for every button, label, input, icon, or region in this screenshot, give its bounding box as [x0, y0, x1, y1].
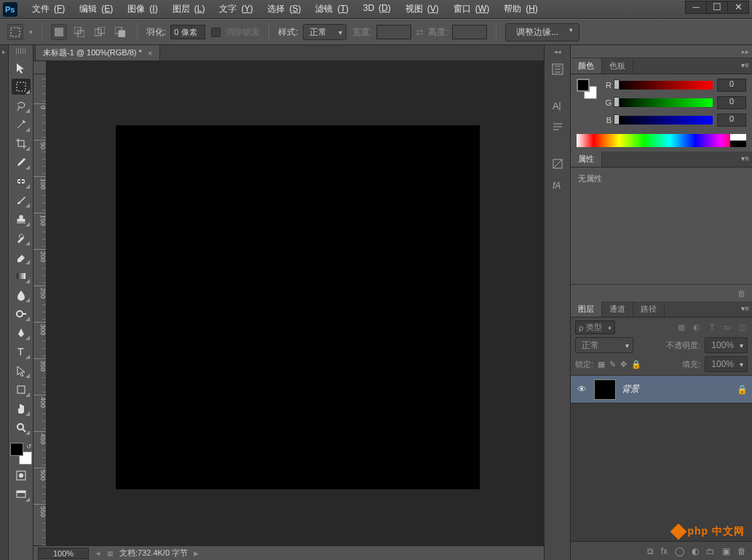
crop-tool[interactable] — [12, 135, 31, 151]
history-brush-tool[interactable] — [12, 230, 31, 246]
zoom-tool[interactable] — [12, 419, 31, 435]
history-panel-icon[interactable] — [547, 60, 568, 78]
eraser-tool[interactable] — [12, 249, 31, 265]
eyedropper-tool[interactable] — [12, 154, 31, 170]
new-layer-icon[interactable]: ▣ — [722, 546, 730, 556]
current-tool-preset[interactable] — [7, 24, 23, 40]
menu-filter[interactable]: 滤镜(T) — [306, 0, 352, 18]
layer-filter-select[interactable]: ρ 类型 ♦ — [575, 320, 615, 334]
screenmode-toggle[interactable] — [12, 486, 31, 502]
filter-adjust-icon[interactable]: ◐ — [692, 323, 702, 332]
menu-window[interactable]: 窗口(W) — [445, 0, 494, 18]
style-select[interactable]: 正常 — [303, 24, 347, 40]
hand-tool[interactable] — [12, 401, 31, 417]
gradient-tool[interactable] — [12, 268, 31, 284]
color-panel-menu-icon[interactable]: ▾≡ — [741, 61, 749, 69]
tab-channels[interactable]: 通道 — [602, 301, 633, 317]
layer-visibility-icon[interactable]: 👁 — [575, 384, 588, 395]
intersect-selection-icon[interactable] — [112, 24, 128, 40]
type-tool[interactable]: T — [12, 344, 31, 360]
menu-3d[interactable]: 3D(D) — [355, 0, 395, 18]
canvas[interactable] — [116, 125, 480, 489]
lock-pixels-icon[interactable]: ▦ — [598, 360, 605, 369]
stamp-tool[interactable] — [12, 211, 31, 227]
quickmask-toggle[interactable] — [12, 468, 31, 484]
character-panel-icon[interactable]: A — [547, 97, 568, 114]
menu-file[interactable]: 文件(F) — [23, 0, 69, 18]
status-menu-icon[interactable]: ▶ — [194, 550, 199, 557]
layer-list[interactable]: 👁 背景 🔒 — [571, 376, 752, 541]
lock-all-icon[interactable]: 🔒 — [631, 360, 641, 369]
layer-name[interactable]: 背景 — [622, 383, 731, 395]
filter-type-icon[interactable]: T — [707, 323, 717, 332]
menu-help[interactable]: 帮助(H) — [495, 0, 542, 18]
trash-icon[interactable]: 🗑 — [737, 288, 746, 299]
close-button[interactable]: ✕ — [727, 1, 749, 14]
subtract-selection-icon[interactable] — [92, 24, 108, 40]
properties-panel-menu-icon[interactable]: ▾≡ — [741, 154, 749, 162]
panels-collapse-icon[interactable]: ▸▸ — [742, 48, 749, 55]
filter-shape-icon[interactable]: ▭ — [722, 323, 732, 332]
tab-properties[interactable]: 属性 — [571, 151, 602, 167]
g-value[interactable]: 0 — [717, 96, 746, 109]
g-slider[interactable] — [616, 98, 713, 107]
spectrum-bar[interactable] — [577, 134, 746, 147]
shape-tool[interactable] — [12, 382, 31, 398]
path-select-tool[interactable] — [12, 363, 31, 379]
document-tab[interactable]: 未标题-1 @ 100%(RGB/8) * × — [35, 44, 160, 60]
layers-panel-menu-icon[interactable]: ▾≡ — [741, 304, 749, 312]
menu-layer[interactable]: 图层(L) — [164, 0, 210, 18]
r-value[interactable]: 0 — [717, 79, 746, 92]
b-value[interactable]: 0 — [717, 114, 746, 127]
new-selection-icon[interactable] — [51, 24, 67, 40]
left-collapse-handle[interactable]: ▸ — [0, 45, 9, 560]
glyphs-panel-icon[interactable]: fA — [547, 177, 568, 194]
filter-smart-icon[interactable]: ◫ — [737, 323, 748, 332]
filter-pixel-icon[interactable]: ▩ — [676, 323, 686, 332]
tab-paths[interactable]: 路径 — [633, 301, 665, 317]
link-layers-icon[interactable]: ⧉ — [647, 546, 654, 556]
blur-tool[interactable] — [12, 287, 31, 303]
menu-edit[interactable]: 编辑(E) — [71, 0, 117, 18]
foreground-color[interactable] — [10, 443, 23, 456]
tab-color[interactable]: 颜色 — [571, 58, 602, 74]
pen-tool[interactable] — [12, 325, 31, 341]
canvas-viewport[interactable] — [47, 74, 544, 545]
feather-input[interactable] — [170, 25, 205, 39]
layer-thumbnail[interactable] — [594, 379, 616, 400]
add-selection-icon[interactable] — [71, 24, 87, 40]
doc-info-icon[interactable]: ▦ — [107, 550, 114, 557]
r-slider[interactable] — [616, 81, 713, 90]
wand-tool[interactable] — [12, 117, 31, 133]
adjustment-layer-icon[interactable]: ◐ — [692, 546, 699, 556]
paragraph-panel-icon[interactable] — [547, 119, 568, 136]
tab-layers[interactable]: 图层 — [571, 301, 602, 317]
styles-panel-icon[interactable] — [547, 155, 568, 173]
zoom-left-icon[interactable]: ◄ — [95, 550, 101, 557]
zoom-input[interactable]: 100% — [38, 548, 89, 559]
layer-fx-icon[interactable]: fx — [661, 546, 668, 556]
menu-select[interactable]: 选择(S) — [258, 0, 305, 18]
menu-image[interactable]: 图像(I) — [119, 0, 162, 18]
dock-expand-icon[interactable]: ◂◂ — [545, 45, 570, 58]
color-swatches[interactable]: ↺ — [10, 443, 32, 465]
color-swatch-pair[interactable] — [577, 79, 597, 99]
healing-tool[interactable] — [12, 173, 31, 189]
lock-paint-icon[interactable]: ✎ — [609, 360, 616, 369]
blend-mode-select[interactable]: 正常 — [575, 337, 633, 353]
marquee-tool[interactable] — [12, 79, 31, 95]
menu-type[interactable]: 文字(Y) — [210, 0, 257, 18]
b-slider[interactable] — [616, 116, 713, 125]
layer-group-icon[interactable]: 🗀 — [706, 546, 715, 556]
layer-mask-icon[interactable]: ◯ — [675, 546, 684, 556]
lasso-tool[interactable] — [12, 98, 31, 114]
menu-view[interactable]: 视图(V) — [397, 0, 443, 18]
refine-edge-button[interactable]: 调整边缘... — [505, 23, 579, 42]
delete-layer-icon[interactable]: 🗑 — [737, 546, 746, 556]
dodge-tool[interactable] — [12, 306, 31, 322]
minimize-button[interactable]: ─ — [685, 1, 707, 14]
layer-row-background[interactable]: 👁 背景 🔒 — [571, 376, 752, 403]
move-tool[interactable] — [12, 60, 31, 76]
opacity-input[interactable]: 100% — [705, 337, 748, 353]
ruler-vertical[interactable]: 050100150200250300350400450500550 — [33, 74, 47, 545]
